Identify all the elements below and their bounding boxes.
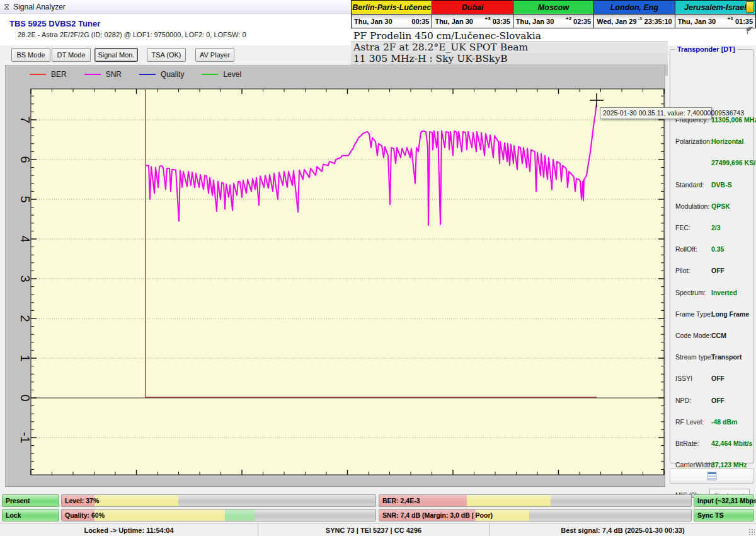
- toolbar-button-signal-mon-[interactable]: Signal Mon.: [94, 48, 138, 62]
- tp-row-value: OFF: [711, 375, 724, 382]
- tp-row-value: 42,464 Mbit/s: [711, 440, 752, 447]
- lock-indicator: Lock: [2, 509, 59, 521]
- svg-text:7: 7: [18, 116, 32, 123]
- clock-city: Jerusalem-Israel: [675, 1, 755, 15]
- tp-row-value: 27499,696 KS/s: [711, 159, 756, 166]
- clock-4: London, EngWed, Jan 29-123:35:10: [594, 1, 675, 28]
- clock-datetime: Thu, Jan 3000:35: [352, 15, 432, 28]
- clock-datetime: Thu, Jan 30+303:35: [432, 15, 512, 28]
- clock-utc-offset: +1: [728, 16, 733, 21]
- sync-ts-indicator: Sync TS: [694, 509, 754, 521]
- status-lock-uptime: Locked -> Uptime: 11:54:04: [0, 524, 258, 536]
- window-title: Signal Analyzer: [13, 3, 66, 11]
- tp-row-value: -48 dBm: [711, 418, 737, 426]
- tp-row-value: 11305,006 MHz: [711, 116, 756, 124]
- clock-datetime: Thu, Jan 30+101:35: [675, 15, 755, 28]
- tp-row-label: Modulation:: [675, 202, 709, 210]
- toolbar-button-tsa-ok-[interactable]: TSA (OK): [147, 48, 186, 62]
- satellite-dish-icon: [745, 25, 755, 35]
- resize-grip[interactable]: [748, 528, 755, 535]
- clock-time: 03:35: [493, 18, 510, 25]
- clock-2: DubaiThu, Jan 30+303:35: [432, 1, 513, 28]
- svg-text:6: 6: [18, 156, 32, 163]
- ber-bar: BER: 2,4E-3: [379, 494, 692, 507]
- tp-row-value: DVB-S: [711, 181, 732, 189]
- overlay-line: Astra 2F at 28.2°E_UK SPOT Beam: [351, 42, 668, 53]
- toolbar-button-av-player[interactable]: AV Player: [195, 48, 234, 62]
- signal-chart-panel[interactable]: BERSNRQualityLevel -101234567: [5, 65, 665, 487]
- bar-label: BER: 2,4E-3: [382, 495, 420, 507]
- tp-row-value: 0.35: [711, 245, 724, 253]
- bar-label: Quality: 60%: [65, 510, 105, 521]
- bar-zone: [94, 510, 225, 521]
- svg-text:4: 4: [18, 235, 32, 242]
- tp-row-label: Frame Type:: [675, 310, 713, 318]
- clock-city: Berlin-Paris-Lučenec: [352, 1, 432, 15]
- clock-date: Thu, Jan 30: [516, 18, 566, 25]
- report-icon: [707, 472, 717, 481]
- quality-bar: Quality: 60%: [61, 509, 376, 521]
- clock-utc-offset: +3: [485, 16, 491, 21]
- clock-city: London, Eng: [594, 1, 674, 15]
- overlay-line: 11 305 MHz-H : Sky UK-BSkyB: [351, 53, 668, 64]
- tp-row-label: Standard:: [675, 181, 704, 189]
- tp-row-label: RF Level:: [675, 418, 704, 426]
- clock-date: Thu, Jan 30: [435, 18, 484, 25]
- tp-row-label: Polarization:: [675, 137, 712, 145]
- tp-row-value: OFF: [711, 397, 724, 404]
- clock-city: Moscow: [513, 1, 593, 15]
- tp-row-value: 37,123 MHz: [711, 461, 747, 469]
- tp-row-label: Code Mode:: [675, 332, 711, 339]
- clock-utc-offset: +2: [566, 16, 571, 21]
- clock-3: MoscowThu, Jan 30+202:35: [513, 1, 594, 28]
- tp-row-value: Transport: [711, 353, 742, 361]
- bar-zone: [225, 510, 255, 521]
- svg-text:-1: -1: [18, 432, 32, 443]
- world-clocks-panel: Berlin-Paris-LučenecThu, Jan 3000:35Duba…: [351, 0, 756, 28]
- signal-chart[interactable]: -101234567: [6, 66, 665, 486]
- transponder-report-button[interactable]: [670, 469, 754, 484]
- clock-date: Thu, Jan 30: [678, 18, 728, 25]
- clock-1: Berlin-Paris-LučenecThu, Jan 3000:35: [352, 1, 432, 28]
- svg-text:2: 2: [18, 315, 32, 322]
- clock-time: 23:35:10: [644, 18, 672, 25]
- tp-row-label: Pilot:: [675, 267, 690, 274]
- toolbar-button-dt-mode[interactable]: DT Mode: [52, 48, 91, 62]
- clock-time: 01:35: [735, 18, 753, 25]
- clock-5: Jerusalem-IsraelThu, Jan 30+101:35: [675, 1, 755, 28]
- tp-row-label: NPD:: [675, 397, 691, 404]
- tp-row-label: RollOff:: [675, 245, 697, 253]
- clock-time: 02:35: [573, 18, 591, 25]
- chart-tooltip: 2025-01-30 00.35.11, value: 7,4000000953…: [600, 107, 712, 119]
- tuner-name: TBS 5925 DVBS2 Tuner: [9, 19, 100, 28]
- clock-time: 00:35: [411, 18, 429, 25]
- tp-row-value: Long Frame: [711, 310, 749, 318]
- tp-row-label: BitRate:: [675, 440, 699, 447]
- svg-text:1: 1: [18, 354, 32, 361]
- tp-row-value: 2/3: [711, 224, 721, 231]
- window-badge-icon: [746, 1, 754, 13]
- overlay-line: PF Prodelin 450 cm/Lučenec-Slovakia: [351, 30, 668, 42]
- clock-utc-offset: -1: [638, 16, 642, 21]
- tuner-detail: 28.2E - Astra 2E/2F/2G (ID: 0282) @ LOF1…: [18, 31, 246, 38]
- bar-zone: [467, 495, 551, 506]
- present-indicator: Present: [2, 494, 59, 507]
- level-bar: Level: 37%: [61, 494, 376, 507]
- svg-text:5: 5: [18, 195, 32, 202]
- tp-row-value: Inverted: [711, 289, 737, 296]
- tp-row-value: OFF: [711, 267, 724, 274]
- toolbar-button-bs-mode[interactable]: BS Mode: [11, 48, 50, 62]
- tp-row-value: CCM: [711, 332, 726, 339]
- clock-datetime: Thu, Jan 30+202:35: [513, 15, 593, 28]
- snr-bar: SNR: 7,4 dB (Margin: 3,0 dB | Poor): [379, 509, 692, 521]
- crosshair-cursor: [590, 93, 604, 107]
- svg-text:3: 3: [18, 275, 32, 282]
- app-icon: ⧖: [4, 2, 9, 12]
- tp-row-label: Stream type:: [675, 353, 713, 361]
- bar-label: Level: 37%: [65, 495, 99, 507]
- tp-row-label: Spectrum:: [675, 289, 706, 296]
- mode-toolbar: BS ModeDT ModeSignal Mon.TSA (OK)AV Play…: [0, 45, 351, 65]
- tp-row-label: CarrierWidth:: [675, 461, 714, 469]
- transponder-panel-title: Transponder [DT]: [675, 45, 737, 53]
- status-sync-counters: SYNC 73 | TEI 5237 | CC 4296: [258, 524, 490, 536]
